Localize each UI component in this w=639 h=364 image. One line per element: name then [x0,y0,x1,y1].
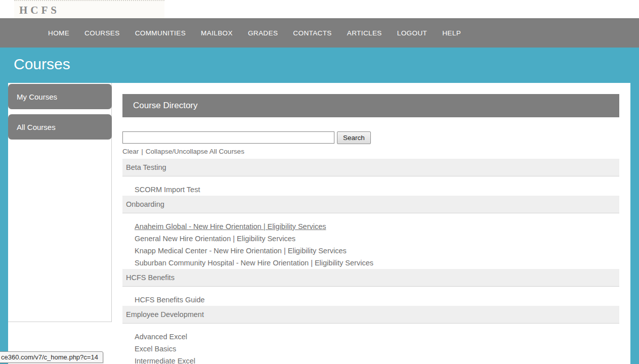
status-bar-url: ce360.com/v7/c_home.php?c=14 [0,351,103,363]
category-header-employee-development[interactable]: Employee Development [122,306,619,324]
search-row: Search [122,131,619,144]
category-employee-development: Employee DevelopmentAdvanced ExcelExcel … [122,306,619,364]
category-header-onboarding[interactable]: Onboarding [122,196,619,213]
search-input[interactable] [122,131,334,144]
category-items: Anaheim Global - New Hire Orientation | … [122,213,619,269]
category-header-hcfs-benefits[interactable]: HCFS Benefits [122,269,619,287]
course-link-general-new-hire-orientation-eligibility-services[interactable]: General New Hire Orientation | Eligibili… [135,233,619,245]
nav-item-help[interactable]: HELP [442,29,461,37]
directory-toolbar: Clear|Collapse/Uncollapse All Courses [122,148,619,155]
course-link-advanced-excel[interactable]: Advanced Excel [135,331,619,343]
right-accent-stripe [630,83,639,364]
category-beta-testing: Beta TestingSCORM Import Test [122,159,619,196]
page: HCFS HOMECOURSESCOMMUNITIESMAILBOXGRADES… [0,0,639,364]
category-items: Advanced ExcelExcel BasicsIntermediate E… [122,324,619,364]
page-title: Courses [14,56,70,73]
course-link-anaheim-global-new-hire-orientation-eligibility-services[interactable]: Anaheim Global - New Hire Orientation | … [135,220,619,233]
nav-item-courses[interactable]: COURSES [84,29,120,37]
course-link-hcfs-benefits-guide[interactable]: HCFS Benefits Guide [135,294,619,306]
main-nav: HOMECOURSESCOMMUNITIESMAILBOXGRADESCONTA… [0,18,639,48]
clear-link[interactable]: Clear [122,148,139,155]
nav-item-home[interactable]: HOME [48,29,69,37]
app-logo[interactable]: HCFS [14,0,164,18]
nav-item-contacts[interactable]: CONTACTS [293,29,331,37]
collapse-all-link[interactable]: Collapse/Uncollapse All Courses [146,148,244,155]
course-link-knapp-medical-center-new-hire-orientation-eligibility-services[interactable]: Knapp Medical Center - New Hire Orientat… [135,245,619,257]
nav-item-articles[interactable]: ARTICLES [347,29,382,37]
sidebar-item-my-courses[interactable]: My Courses [8,84,112,109]
app-logo-text: HCFS [14,3,60,17]
category-items: SCORM Import Test [122,176,619,196]
category-header-beta-testing[interactable]: Beta Testing [122,159,619,176]
link-separator: | [141,148,143,155]
nav-item-logout[interactable]: LOGOUT [397,29,427,37]
category-onboarding: OnboardingAnaheim Global - New Hire Orie… [122,196,619,269]
course-link-intermediate-excel[interactable]: Intermediate Excel [135,355,619,364]
nav-item-communities[interactable]: COMMUNITIES [135,29,186,37]
search-button[interactable]: Search [337,131,371,144]
sidebar-item-all-courses[interactable]: All Courses [8,114,112,140]
course-link-suburban-community-hospital-new-hire-orientation-eligibility-services[interactable]: Suburban Community Hospital - New Hire O… [135,257,619,269]
category-hcfs-benefits: HCFS BenefitsHCFS Benefits Guide [122,269,619,306]
sidebar: My CoursesAll Courses [8,83,112,322]
page-title-band: Courses [0,48,639,83]
left-accent-stripe [0,83,8,364]
panel-header: Course Directory [122,94,619,117]
course-link-scorm-import-test[interactable]: SCORM Import Test [135,184,619,196]
course-directory-list: Beta TestingSCORM Import TestOnboardingA… [122,159,619,364]
nav-item-mailbox[interactable]: MAILBOX [201,29,233,37]
nav-item-grades[interactable]: GRADES [248,29,278,37]
panel-title: Course Directory [133,101,198,111]
course-link-excel-basics[interactable]: Excel Basics [135,343,619,355]
category-items: HCFS Benefits Guide [122,287,619,306]
main-content: Course Directory Search Clear|Collapse/U… [122,94,619,364]
